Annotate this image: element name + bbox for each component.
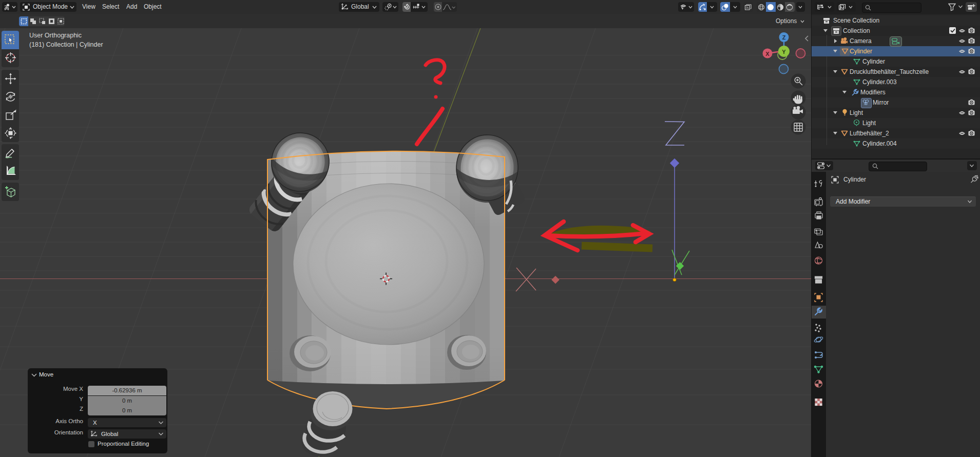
svg-text:X: X bbox=[765, 51, 770, 57]
svg-text:Z: Z bbox=[782, 34, 786, 41]
svg-text:Y: Y bbox=[782, 49, 786, 55]
